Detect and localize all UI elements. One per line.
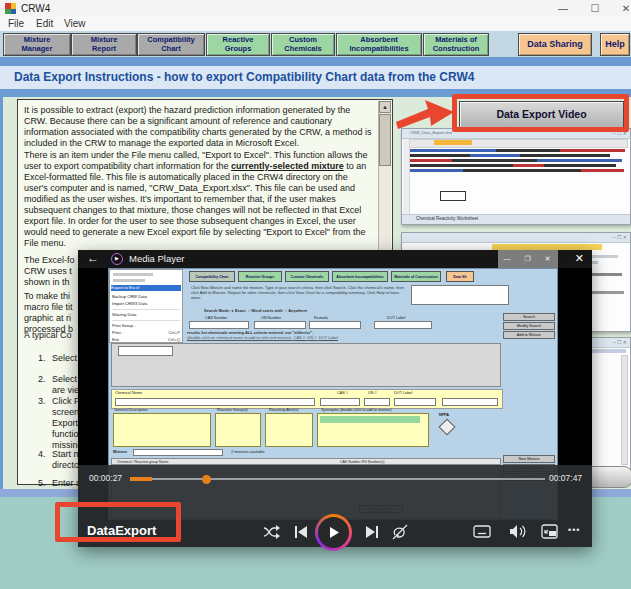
excel-row-bar <box>410 169 624 172</box>
mode-exact: Exact <box>235 308 246 313</box>
list-text: Select <box>52 374 77 384</box>
crw4-window: { "window": { "title": "CRW4", "menu": [… <box>0 0 631 589</box>
media-player-logo-icon: ▶ <box>111 253 123 265</box>
captions-icon[interactable] <box>473 524 491 540</box>
rec-reactalerts-box <box>265 413 313 447</box>
btn-line: Incompatibilities <box>349 45 408 54</box>
red-arrow <box>394 96 456 130</box>
absorbent-incompatibilities-button[interactable]: AbsorbentIncompatibilities <box>336 33 422 56</box>
rec-nfpa-diamond <box>439 419 456 436</box>
play-button[interactable] <box>315 514 352 551</box>
media-player-close-icon[interactable]: ✕ <box>575 252 584 265</box>
media-player-title: Media Player <box>129 253 184 264</box>
excel1-row-numbers <box>403 139 410 214</box>
rec-help-text: Click New Mixture and name the mixture. … <box>191 286 406 300</box>
menu-export-to-excel: Export to Excel <box>111 285 181 291</box>
minimize-button[interactable]: — <box>548 1 578 16</box>
list-num: 2. <box>38 374 52 385</box>
menu-edit[interactable]: Edit <box>36 18 53 29</box>
scroll-up-icon[interactable]: ▲ <box>379 101 391 113</box>
btn-line: Manager <box>22 45 53 54</box>
title-bar: CRW4 — ☐ ✕ <box>0 0 631 18</box>
repeat-off-icon[interactable] <box>391 524 409 540</box>
rec-dotlabel-col: DOT Label <box>394 391 412 395</box>
track-title-annotation-box <box>55 502 181 542</box>
rec-reactgroups-box <box>215 413 261 447</box>
reactive-groups-button[interactable]: ReactiveGroups <box>206 33 270 56</box>
menu-item-disabled <box>113 279 145 282</box>
menu-label: Print... <box>112 330 124 335</box>
paragraph-1: It is possible to extract (export) the h… <box>24 105 372 149</box>
rec-synonyms-box <box>317 413 429 447</box>
list-text: Start m <box>52 449 81 459</box>
shot3-scrollbar <box>621 355 628 465</box>
rec-synonyms-label: Synonyms (double-click to add to mixture… <box>321 408 392 412</box>
time-total: 00:07:47 <box>549 473 582 483</box>
previous-icon[interactable] <box>293 524 311 540</box>
rec-reactive-groups-button: Reactive Groups <box>238 271 282 282</box>
rec-modify-search-button: Modify Search <box>503 322 555 330</box>
rec-info-box <box>411 285 509 305</box>
seek-bar[interactable] <box>130 478 545 480</box>
rec-mixtures-available: 2 mixtures available <box>231 450 265 454</box>
rec-un-label: UN Number <box>261 316 281 320</box>
rec-search-button: Search <box>503 313 555 321</box>
shot3-window-controls: – ☐ ✕ <box>613 339 627 346</box>
rec-data-sharing-button: Data Sh <box>446 271 474 282</box>
menu-separator <box>112 320 180 321</box>
play-icon <box>318 517 349 548</box>
excel1-sheet-tab[interactable]: Chemical Reactivity Worksheet <box>416 216 478 221</box>
custom-chemicals-button[interactable]: CustomChemicals <box>271 33 335 56</box>
next-icon[interactable] <box>364 524 382 540</box>
mixture-manager-button[interactable]: MixtureManager <box>3 33 71 56</box>
close-button[interactable]: ✕ <box>611 1 631 16</box>
rec-mixture-table-header: Chemical / Reactive group Name CAS Numbe… <box>111 458 501 465</box>
list-text: Select <box>52 353 77 363</box>
mini-player-icon[interactable] <box>541 524 559 540</box>
app-icon-quad <box>11 9 17 15</box>
excel-row-bar <box>410 149 625 152</box>
rec-cas-input <box>320 398 360 406</box>
back-icon[interactable]: ← <box>87 251 99 265</box>
rec-un-field <box>309 321 361 329</box>
seek-handle[interactable] <box>202 475 211 484</box>
rec-dot-label: DOT Label <box>387 316 405 320</box>
rec-results-box <box>118 346 173 356</box>
search-mode-text: Search Mode: <box>204 308 230 313</box>
mode-word-starts: Word starts with <box>251 308 282 313</box>
rec-dot-input <box>394 398 436 406</box>
rec-chem-name-label: Chemical Name <box>115 391 142 395</box>
mixture-report-button[interactable]: MixtureReport <box>71 33 137 56</box>
paragraph-2: There is an item under the File menu cal… <box>24 150 372 249</box>
rec-chem-input <box>115 398 315 406</box>
compatibility-chart-button[interactable]: CompatibilityChart <box>137 33 205 56</box>
rec-th-cas: CAS Number RG Number(s) <box>340 460 384 464</box>
media-player-titlebar: ← ▶ Media Player — ❐ ✕ ✕ <box>78 250 592 268</box>
help-button[interactable]: Help <box>600 33 630 56</box>
btn-line: Report <box>92 45 116 54</box>
materials-of-construction-button[interactable]: Materials ofConstruction <box>423 33 489 56</box>
menu-accelerator: Ctrl+P <box>168 330 180 336</box>
rec-un-input <box>364 398 390 406</box>
list-text: Enter s <box>52 478 81 488</box>
rec-reactgroups-label: Reactive Group(s) <box>217 408 248 412</box>
data-sharing-button[interactable]: Data Sharing <box>518 33 592 56</box>
excel2-window-controls: – ☐ ✕ <box>613 234 627 241</box>
scrollbar-thumb[interactable] <box>379 114 391 166</box>
rec-mixture-label: Mixture: <box>113 450 128 454</box>
excel-row-bar <box>410 154 610 157</box>
rec-new-mixture-button: New Mixture <box>503 455 555 463</box>
menu-file[interactable]: File <box>8 18 24 29</box>
rec-un-col: UN # <box>368 391 377 395</box>
maximize-button[interactable]: ☐ <box>580 1 610 16</box>
rec-compatibility-chart-button: Compatibility Chart <box>189 271 235 282</box>
rec-search-field <box>189 321 249 329</box>
excel-screenshot-1: CRW_Data_Export.xlsx – ☐ ✕ Chemical Reac… <box>401 128 631 225</box>
excel-row-bar <box>410 159 622 162</box>
volume-icon[interactable] <box>509 524 527 540</box>
rec-cas-col: CAS # <box>337 391 348 395</box>
excel-row-bar <box>410 164 616 167</box>
shuffle-icon[interactable] <box>263 524 281 540</box>
more-options-icon[interactable]: ••• <box>568 525 580 535</box>
menu-view[interactable]: View <box>64 18 86 29</box>
